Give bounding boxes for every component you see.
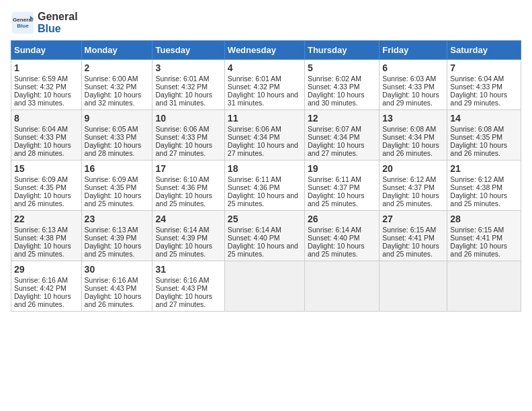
calendar-cell: 5Sunrise: 6:02 AMSunset: 4:33 PMDaylight… <box>304 60 379 110</box>
day-number: 1 <box>14 62 79 73</box>
sunrise-label: Sunrise: 6:09 AM <box>14 175 68 183</box>
day-number: 30 <box>85 264 150 275</box>
daylight-label: Daylight: 10 hours and 30 minutes. <box>308 91 365 107</box>
daylight-label: Daylight: 10 hours and 25 minutes. <box>382 191 439 208</box>
sunrise-label: Sunrise: 6:04 AM <box>450 75 504 83</box>
daylight-label: Daylight: 10 hours and 31 minutes. <box>155 91 212 107</box>
sunset-label: Sunset: 4:37 PM <box>308 183 360 191</box>
sunrise-label: Sunrise: 6:16 AM <box>85 276 138 284</box>
week-row-2: 8Sunrise: 6:04 AMSunset: 4:33 PMDaylight… <box>11 110 521 161</box>
col-header-saturday: Saturday <box>447 41 521 60</box>
sunset-label: Sunset: 4:36 PM <box>155 183 208 191</box>
svg-text:General: General <box>13 17 33 23</box>
week-row-1: 1Sunrise: 6:59 AMSunset: 4:32 PMDaylight… <box>11 60 521 110</box>
sunset-label: Sunset: 4:33 PM <box>85 133 137 141</box>
col-header-friday: Friday <box>380 41 447 60</box>
daylight-label: Daylight: 10 hours and 29 minutes. <box>450 91 507 107</box>
col-header-wednesday: Wednesday <box>224 41 304 60</box>
sunrise-label: Sunrise: 6:01 AM <box>228 75 281 83</box>
day-number: 18 <box>228 163 302 174</box>
calendar-cell: 13Sunrise: 6:08 AMSunset: 4:34 PMDayligh… <box>380 110 447 161</box>
sunrise-label: Sunrise: 6:09 AM <box>85 175 138 183</box>
day-number: 25 <box>228 214 302 224</box>
day-number: 3 <box>155 62 221 73</box>
sunset-label: Sunset: 4:36 PM <box>228 183 280 191</box>
sunset-label: Sunset: 4:32 PM <box>85 83 137 91</box>
sunset-label: Sunset: 4:39 PM <box>155 234 208 242</box>
daylight-label: Daylight: 10 hours and 28 minutes. <box>85 141 142 157</box>
sunset-label: Sunset: 4:38 PM <box>14 234 66 242</box>
calendar-cell: 12Sunrise: 6:07 AMSunset: 4:34 PMDayligh… <box>304 110 379 161</box>
sunrise-label: Sunrise: 6:06 AM <box>155 125 209 133</box>
daylight-label: Daylight: 10 hours and 25 minutes. <box>228 242 298 258</box>
calendar-cell: 28Sunrise: 6:15 AMSunset: 4:41 PMDayligh… <box>447 211 521 261</box>
calendar-cell: 2Sunrise: 6:00 AMSunset: 4:32 PMDaylight… <box>81 60 152 110</box>
day-number: 20 <box>382 163 444 174</box>
day-number: 11 <box>228 113 302 124</box>
col-header-tuesday: Tuesday <box>152 41 224 60</box>
day-number: 16 <box>85 163 150 174</box>
sunset-label: Sunset: 4:35 PM <box>14 183 66 191</box>
sunrise-label: Sunrise: 6:11 AM <box>308 175 361 183</box>
calendar-cell: 16Sunrise: 6:09 AMSunset: 4:35 PMDayligh… <box>81 161 152 211</box>
sunset-label: Sunset: 4:33 PM <box>450 83 502 91</box>
sunrise-label: Sunrise: 6:07 AM <box>308 125 361 133</box>
calendar-cell: 26Sunrise: 6:14 AMSunset: 4:40 PMDayligh… <box>304 211 379 261</box>
sunset-label: Sunset: 4:39 PM <box>85 234 137 242</box>
calendar-cell <box>304 261 379 312</box>
sunset-label: Sunset: 4:33 PM <box>382 83 435 91</box>
day-number: 21 <box>450 163 518 174</box>
calendar-cell: 11Sunrise: 6:06 AMSunset: 4:34 PMDayligh… <box>224 110 304 161</box>
day-number: 2 <box>85 62 150 73</box>
sunset-label: Sunset: 4:34 PM <box>308 133 360 141</box>
calendar-cell: 29Sunrise: 6:16 AMSunset: 4:42 PMDayligh… <box>11 261 82 312</box>
daylight-label: Daylight: 10 hours and 26 minutes. <box>450 242 507 258</box>
day-number: 12 <box>308 113 376 124</box>
day-number: 28 <box>450 214 518 224</box>
day-number: 29 <box>14 264 79 275</box>
logo-icon: General Blue <box>11 11 35 35</box>
sunset-label: Sunset: 4:40 PM <box>308 234 360 242</box>
calendar-cell <box>380 261 447 312</box>
logo: General Blue General Blue <box>11 11 78 35</box>
sunrise-label: Sunrise: 6:04 AM <box>14 125 68 133</box>
day-number: 15 <box>14 163 79 174</box>
daylight-label: Daylight: 10 hours and 33 minutes. <box>14 91 71 107</box>
daylight-label: Daylight: 10 hours and 27 minutes. <box>155 292 212 308</box>
sunrise-label: Sunrise: 6:13 AM <box>85 226 138 234</box>
sunrise-label: Sunrise: 6:02 AM <box>308 75 361 83</box>
daylight-label: Daylight: 10 hours and 26 minutes. <box>85 292 142 308</box>
sunset-label: Sunset: 4:33 PM <box>155 133 208 141</box>
calendar-cell: 4Sunrise: 6:01 AMSunset: 4:32 PMDaylight… <box>224 60 304 110</box>
daylight-label: Daylight: 10 hours and 28 minutes. <box>14 141 71 157</box>
sunrise-label: Sunrise: 6:12 AM <box>382 175 436 183</box>
daylight-label: Daylight: 10 hours and 25 minutes. <box>155 242 212 258</box>
week-row-3: 15Sunrise: 6:09 AMSunset: 4:35 PMDayligh… <box>11 161 521 211</box>
daylight-label: Daylight: 10 hours and 26 minutes. <box>450 141 507 157</box>
day-number: 8 <box>14 113 79 124</box>
sunset-label: Sunset: 4:32 PM <box>155 83 208 91</box>
day-number: 31 <box>155 264 221 275</box>
calendar-table: SundayMondayTuesdayWednesdayThursdayFrid… <box>11 40 521 312</box>
col-header-sunday: Sunday <box>11 41 82 60</box>
sunrise-label: Sunrise: 6:10 AM <box>155 175 209 183</box>
daylight-label: Daylight: 10 hours and 29 minutes. <box>382 91 439 107</box>
sunset-label: Sunset: 4:34 PM <box>382 133 435 141</box>
sunrise-label: Sunrise: 6:14 AM <box>308 226 361 234</box>
sunset-label: Sunset: 4:41 PM <box>382 234 435 242</box>
sunset-label: Sunset: 4:43 PM <box>85 284 137 292</box>
calendar-cell: 30Sunrise: 6:16 AMSunset: 4:43 PMDayligh… <box>81 261 152 312</box>
sunrise-label: Sunrise: 6:15 AM <box>382 226 436 234</box>
daylight-label: Daylight: 10 hours and 26 minutes. <box>14 292 71 308</box>
day-number: 27 <box>382 214 444 224</box>
daylight-label: Daylight: 10 hours and 31 minutes. <box>228 91 298 107</box>
calendar-cell: 31Sunrise: 6:16 AMSunset: 4:43 PMDayligh… <box>152 261 224 312</box>
sunset-label: Sunset: 4:32 PM <box>14 83 66 91</box>
daylight-label: Daylight: 10 hours and 26 minutes. <box>382 141 439 157</box>
daylight-label: Daylight: 10 hours and 25 minutes. <box>85 242 142 258</box>
day-number: 14 <box>450 113 518 124</box>
day-number: 22 <box>14 214 79 224</box>
sunrise-label: Sunrise: 6:00 AM <box>85 75 138 83</box>
daylight-label: Daylight: 10 hours and 25 minutes. <box>14 242 71 258</box>
col-header-thursday: Thursday <box>304 41 379 60</box>
